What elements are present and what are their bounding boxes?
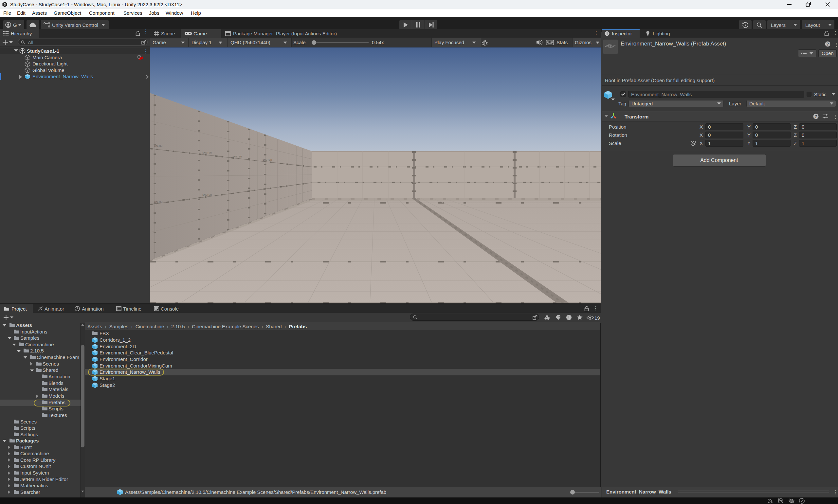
- svg-text:1METER: 1METER: [154, 144, 163, 147]
- svg-text:Searcher: Searcher: [20, 489, 40, 495]
- svg-text:Models: Models: [49, 393, 64, 399]
- svg-text:Mathematics: Mathematics: [20, 483, 48, 488]
- svg-text:1METER: 1METER: [263, 158, 272, 161]
- svg-text:Packages: Packages: [16, 438, 39, 444]
- svg-text:Environment_2D: Environment_2D: [100, 344, 136, 349]
- svg-text:Custom NUnit: Custom NUnit: [20, 464, 51, 469]
- svg-text:Scripts: Scripts: [49, 406, 64, 411]
- svg-text:Burst: Burst: [20, 445, 32, 450]
- svg-text:Environment_CorridorMixingCam: Environment_CorridorMixingCam: [100, 363, 172, 368]
- svg-text:InputActions: InputActions: [20, 329, 48, 335]
- svg-text:?: ?: [826, 42, 829, 47]
- svg-text:Environment_Corridor: Environment_Corridor: [100, 356, 148, 362]
- svg-text:1METER: 1METER: [154, 200, 163, 203]
- svg-text:Settings: Settings: [20, 432, 38, 437]
- svg-text:Scenes: Scenes: [42, 361, 59, 366]
- svg-text:Cinemachine Exam: Cinemachine Exam: [37, 355, 79, 360]
- svg-text:Cinemachine: Cinemachine: [25, 342, 54, 347]
- svg-text:Prefabs: Prefabs: [49, 400, 66, 405]
- svg-text:Shared: Shared: [42, 367, 58, 373]
- svg-text:Textures: Textures: [49, 412, 67, 418]
- svg-text:Stage1: Stage1: [100, 376, 115, 381]
- svg-text:Samples: Samples: [20, 335, 39, 341]
- svg-text:Blends: Blends: [49, 380, 64, 386]
- svg-text:Corridors_1_2: Corridors_1_2: [100, 337, 131, 343]
- svg-text:Materials: Materials: [49, 386, 68, 392]
- svg-text:Input System: Input System: [20, 470, 49, 475]
- svg-text:1METER: 1METER: [202, 194, 212, 196]
- svg-text:Animation: Animation: [49, 374, 70, 379]
- svg-text:?: ?: [815, 114, 817, 119]
- svg-text:Environment_Narrow_Walls: Environment_Narrow_Walls: [100, 369, 160, 375]
- svg-text:Stage2: Stage2: [100, 382, 115, 388]
- svg-text:Core RP Library: Core RP Library: [20, 457, 56, 463]
- svg-text:Assets: Assets: [16, 323, 32, 328]
- svg-text:1METER: 1METER: [202, 151, 212, 154]
- svg-text:Environment_Clear_BluePedestal: Environment_Clear_BluePedestal: [100, 350, 173, 356]
- svg-text:Cinemachine: Cinemachine: [20, 451, 49, 456]
- svg-text:2.10.5: 2.10.5: [30, 348, 44, 354]
- svg-text:Scripts: Scripts: [20, 425, 35, 431]
- svg-text:1METER: 1METER: [232, 155, 242, 158]
- svg-text:FBX: FBX: [100, 330, 109, 336]
- svg-text:Scenes: Scenes: [20, 419, 37, 425]
- svg-text:JetBrains Rider Editor: JetBrains Rider Editor: [20, 476, 68, 482]
